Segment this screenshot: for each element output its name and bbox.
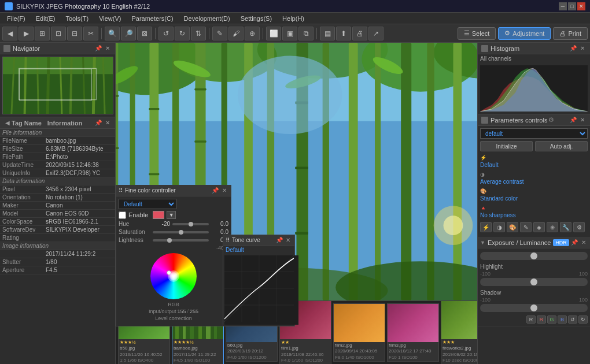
- toolbar-crop[interactable]: ⊟: [67, 27, 82, 40]
- minimize-button[interactable]: ─: [559, 2, 567, 10]
- toolbar-brush[interactable]: 🖌: [228, 27, 244, 40]
- contrast-link[interactable]: Average contrast: [480, 177, 588, 186]
- toolbar-print-icon[interactable]: 🖨: [352, 27, 367, 40]
- pb-icon-3[interactable]: G: [547, 315, 556, 324]
- tone-curve-canvas[interactable]: [224, 255, 298, 325]
- color-link[interactable]: Standard color: [480, 194, 588, 203]
- fcc-wheel-cursor[interactable]: [167, 270, 171, 275]
- fcc-light-slider[interactable]: [153, 239, 209, 242]
- pb-icon-4[interactable]: B: [558, 315, 567, 324]
- highlight-item: Highlight -100 100: [480, 263, 588, 286]
- params-close[interactable]: ✕: [578, 116, 587, 124]
- info-value-col: Information: [47, 120, 83, 127]
- fcc-close[interactable]: ✕: [220, 187, 228, 195]
- svg-line-3: [24, 57, 25, 114]
- menu-help[interactable]: Help(H): [278, 14, 309, 23]
- toolbar-layer[interactable]: ⧉: [298, 27, 314, 40]
- params-gear[interactable]: ⚙: [547, 116, 555, 124]
- highlight-slider[interactable]: [480, 278, 588, 286]
- exposure-link[interactable]: Default: [480, 161, 588, 169]
- param-icon-6[interactable]: ⊕: [547, 222, 558, 232]
- filmstrip-info-0: ★★★½ b50.jpg 2013/11/26 16:40:52 1:5 1/6…: [119, 339, 169, 364]
- param-icon-3[interactable]: 🎨: [507, 222, 518, 232]
- toolbar-rotate-r[interactable]: ↻: [175, 27, 190, 40]
- fcc-enable-check[interactable]: [119, 211, 126, 219]
- fcc-sat-slider[interactable]: [153, 231, 209, 233]
- fcc-preset-select[interactable]: Default: [119, 199, 176, 209]
- toolbar-color-picker[interactable]: ✎: [212, 27, 227, 40]
- exposure-pin[interactable]: 📌: [570, 239, 578, 247]
- info-back[interactable]: ◀: [3, 119, 12, 127]
- filmstrip-item-5[interactable]: film3.jpg 2020/10/12 17:27:40 F10 1 ISO1…: [387, 303, 439, 362]
- tone-curve-close[interactable]: ✕: [284, 236, 292, 244]
- shadow-slider[interactable]: [480, 304, 588, 312]
- initialize-button[interactable]: Initialize: [480, 141, 533, 151]
- toolbar-compare[interactable]: ⊡: [51, 27, 66, 40]
- pb-icon-5[interactable]: ↺: [568, 315, 577, 324]
- menu-settings[interactable]: Settings(S): [236, 14, 276, 23]
- menu-tools[interactable]: Tools(T): [61, 14, 93, 23]
- param-icon-5[interactable]: ◈: [533, 222, 545, 232]
- print-mode-button[interactable]: 🖨 Print: [553, 27, 588, 40]
- menu-development[interactable]: Development(D): [179, 14, 235, 23]
- menu-view[interactable]: View(V): [94, 14, 126, 23]
- navigator-pin[interactable]: 📌: [94, 44, 102, 53]
- fcc-color-wheel[interactable]: [150, 253, 197, 299]
- exposure-section-header[interactable]: ▼ Exposure / Luminance HDR 📌 ✕: [478, 237, 590, 248]
- auto-adj-button[interactable]: Auto adj.: [535, 141, 588, 151]
- param-icon-1[interactable]: ⚡: [480, 222, 492, 232]
- menu-parameters[interactable]: Parameters(C): [127, 14, 178, 23]
- toolbar-share[interactable]: ↗: [368, 27, 384, 40]
- maximize-button[interactable]: □: [568, 2, 576, 10]
- adjustment-mode-button[interactable]: ⚙ Adjustment: [498, 27, 551, 40]
- navigator-thumbnail[interactable]: [2, 57, 113, 114]
- info-close[interactable]: ✕: [104, 119, 112, 127]
- hdr-slider[interactable]: [480, 252, 588, 260]
- info-row-filename: FileNamebamboo.jpg: [0, 137, 115, 145]
- navigator-close[interactable]: ✕: [104, 44, 112, 53]
- toolbar-flip[interactable]: ⇅: [191, 27, 206, 40]
- menu-edit[interactable]: Edit(E): [31, 14, 60, 23]
- pb-icon-2[interactable]: R: [537, 315, 546, 324]
- fcc-color-btn[interactable]: ▼: [167, 211, 176, 219]
- histogram-close[interactable]: ✕: [578, 44, 587, 53]
- fcc-color-swatch[interactable]: [153, 211, 164, 219]
- toolbar-mask2[interactable]: ▣: [282, 27, 297, 40]
- toolbar-zoom-out[interactable]: 🔎: [121, 27, 136, 40]
- params-pin[interactable]: 📌: [569, 116, 577, 124]
- info-pin[interactable]: 📌: [94, 119, 102, 127]
- sharpness-link[interactable]: No sharpness: [480, 211, 588, 220]
- params-preset-select[interactable]: default: [480, 128, 588, 139]
- menu-file[interactable]: File(F): [2, 14, 30, 23]
- histogram-pin[interactable]: 📌: [569, 44, 577, 53]
- toolbar-export[interactable]: ⬆: [336, 27, 351, 40]
- tone-curve-pin[interactable]: 📌: [275, 236, 283, 244]
- params-title: Parameters controls: [491, 117, 547, 124]
- filmstrip-item-4[interactable]: film2.jpg 2020/09/14 20:43:05 F8.0 1/40 …: [333, 303, 385, 362]
- toolbar-grid[interactable]: ⊞: [35, 27, 50, 40]
- toolbar-mask[interactable]: ⬜: [266, 27, 281, 40]
- info-row-colorspace: ColorSpacesRGB IEC61966-2.1: [0, 218, 115, 226]
- toolbar-crop2[interactable]: ✂: [83, 27, 98, 40]
- fcc-pin[interactable]: 📌: [211, 187, 219, 195]
- param-icon-4[interactable]: ✎: [520, 222, 532, 232]
- toolbar-stamp[interactable]: ⊕: [245, 27, 260, 40]
- filmstrip-settings-2: F4.0 1/60 ISO1200: [227, 355, 276, 361]
- param-icon-8[interactable]: ⚙: [573, 222, 585, 232]
- select-mode-button[interactable]: ☰ Select: [458, 27, 496, 40]
- filmstrip-settings-3: F4.0 1/160 ISO1200: [281, 358, 330, 363]
- pb-icon-1[interactable]: R: [526, 315, 536, 324]
- fcc-hue-slider[interactable]: [172, 223, 209, 225]
- close-button[interactable]: ✕: [577, 2, 585, 10]
- filmstrip-item-6[interactable]: ★★★ fireworks2.jpg 2019/08/02 20:19:16 F…: [441, 300, 477, 364]
- toolbar-rotate-l[interactable]: ↺: [158, 27, 174, 40]
- toolbar-develop[interactable]: ▤: [320, 27, 335, 40]
- toolbar-nav-fwd[interactable]: ▶: [19, 27, 34, 40]
- param-icon-7[interactable]: 🔧: [560, 222, 571, 232]
- toolbar-fit[interactable]: ⊠: [137, 27, 152, 40]
- pb-icon-6[interactable]: ↻: [578, 315, 588, 324]
- exposure-close[interactable]: ✕: [580, 239, 588, 247]
- toolbar-nav-back[interactable]: ◀: [2, 27, 17, 40]
- param-icon-2[interactable]: ◑: [493, 222, 505, 232]
- toolbar-zoom-in[interactable]: 🔍: [105, 27, 120, 40]
